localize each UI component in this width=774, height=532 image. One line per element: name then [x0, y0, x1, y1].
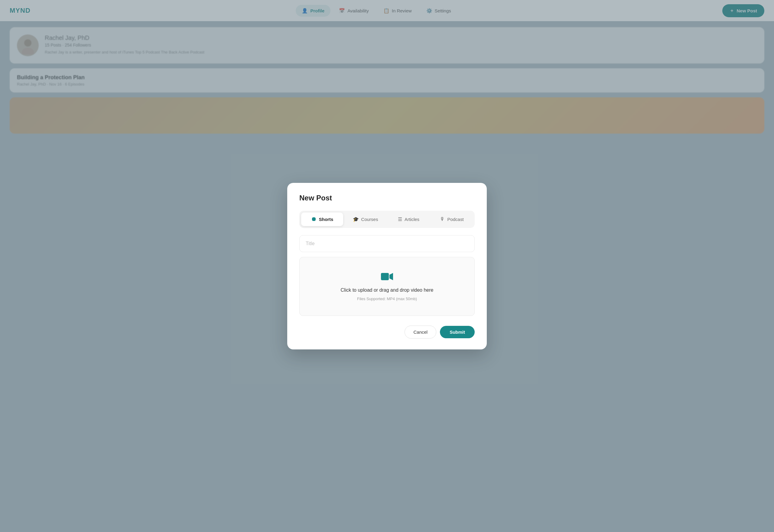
tab-courses-label: Courses — [361, 217, 378, 222]
modal-footer: Cancel Submit — [299, 326, 475, 339]
upload-main-text: Click to upload or drag and drop video h… — [341, 287, 434, 293]
svg-marker-3 — [389, 273, 393, 280]
svg-rect-2 — [381, 273, 389, 280]
tab-podcast-label: Podcast — [447, 217, 463, 222]
new-post-modal: New Post ⏺ Shorts 🎓 Courses ☰ Articles 🎙… — [287, 183, 487, 349]
tab-podcast[interactable]: 🎙 Podcast — [431, 212, 473, 226]
title-input[interactable] — [299, 235, 475, 252]
tab-shorts-label: Shorts — [319, 217, 333, 222]
tab-articles-label: Articles — [405, 217, 419, 222]
tab-articles[interactable]: ☰ Articles — [388, 212, 430, 226]
post-type-tabs: ⏺ Shorts 🎓 Courses ☰ Articles 🎙 Podcast — [299, 211, 475, 228]
submit-button[interactable]: Submit — [440, 326, 475, 338]
upload-sub-text: Files Supported: MP4 (max 50mb) — [357, 297, 417, 301]
cancel-button[interactable]: Cancel — [405, 326, 436, 339]
modal-title: New Post — [299, 194, 475, 202]
modal-overlay: New Post ⏺ Shorts 🎓 Courses ☰ Articles 🎙… — [0, 0, 774, 532]
shorts-play-icon: ⏺ — [311, 216, 317, 222]
tab-courses[interactable]: 🎓 Courses — [344, 212, 386, 226]
upload-area[interactable]: Click to upload or drag and drop video h… — [299, 257, 475, 316]
video-camera-icon — [381, 272, 393, 284]
tab-shorts[interactable]: ⏺ Shorts — [301, 212, 343, 226]
articles-icon: ☰ — [398, 216, 402, 222]
courses-icon: 🎓 — [353, 216, 359, 222]
podcast-icon: 🎙 — [440, 216, 445, 222]
